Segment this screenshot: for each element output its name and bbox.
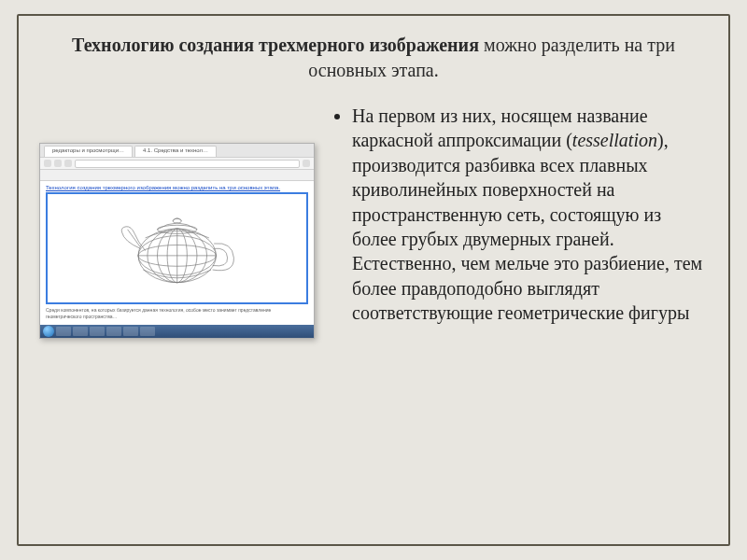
nav-fwd-icon bbox=[54, 160, 62, 167]
page-footer-text: Среди компонентов, на которых базируется… bbox=[46, 307, 308, 319]
browser-tab-1: редакторы и просмотрщи… bbox=[44, 146, 133, 157]
task-item bbox=[56, 327, 71, 336]
task-item bbox=[90, 327, 105, 336]
nav-back-icon bbox=[44, 160, 51, 167]
bullet-italic: tessellation bbox=[572, 130, 657, 150]
task-item bbox=[140, 327, 155, 336]
content-row: редакторы и просмотрщи… 4.1. Средства и … bbox=[39, 104, 708, 339]
bullet-text-block: На первом из них, носящем название карка… bbox=[331, 104, 708, 326]
slide-title: Технологию создания трехмерного изображе… bbox=[39, 33, 708, 83]
page-heading: Технология создания трехмерного изображе… bbox=[46, 185, 308, 190]
bullet-item: На первом из них, носящем название карка… bbox=[352, 104, 708, 326]
browser-tabbar: редакторы и просмотрщи… 4.1. Средства и … bbox=[40, 144, 314, 157]
task-item bbox=[123, 327, 138, 336]
teapot-wireframe-icon bbox=[67, 203, 287, 295]
windows-taskbar bbox=[40, 325, 314, 338]
browser-tab-2: 4.1. Средства и технол… bbox=[134, 146, 217, 157]
browser-addressbar bbox=[40, 157, 314, 170]
start-button-icon bbox=[43, 326, 54, 337]
bullet-part2: ), производится разбивка всех плавных кр… bbox=[352, 130, 702, 323]
slide-frame: Технологию создания трехмерного изображе… bbox=[17, 14, 730, 546]
task-item bbox=[73, 327, 88, 336]
url-field bbox=[75, 160, 300, 168]
screenshot-thumb: редакторы и просмотрщи… 4.1. Средства и … bbox=[39, 143, 315, 339]
title-bold: Технологию создания трехмерного изображе… bbox=[72, 35, 479, 55]
reload-icon bbox=[64, 160, 72, 167]
browser-page: Технология создания трехмерного изображе… bbox=[40, 181, 314, 325]
teapot-illustration bbox=[46, 192, 308, 304]
browser-toolbar bbox=[40, 170, 314, 181]
task-item bbox=[106, 327, 121, 336]
menu-icon bbox=[303, 160, 310, 167]
browser-window: редакторы и просмотрщи… 4.1. Средства и … bbox=[39, 143, 315, 339]
